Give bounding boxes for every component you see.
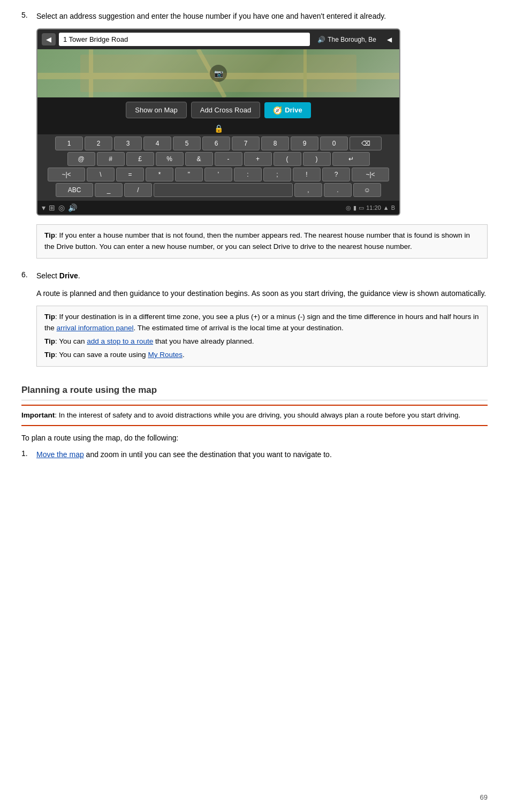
device-address-input[interactable]: 1 Tower Bridge Road <box>59 33 310 46</box>
lock-icon: 🔒 <box>214 124 223 133</box>
step-5-row: 5. Select an address suggestion and ente… <box>21 11 488 265</box>
kb-key-plus[interactable]: + <box>244 152 272 166</box>
plan-step-1-content: Move the map and zoom in until you can s… <box>36 449 488 467</box>
kb-key-0[interactable]: 0 <box>320 136 348 150</box>
kb-key-2[interactable]: 2 <box>85 136 112 150</box>
plan-step-1-number: 1. <box>21 449 36 467</box>
kb-key-1[interactable]: 1 <box>55 136 83 150</box>
kb-key-semicolon[interactable]: ; <box>263 168 291 181</box>
tip1-text: Tip: If you enter a house number that is… <box>44 230 480 253</box>
kb-key-at[interactable]: @ <box>67 152 95 166</box>
step-5-container: 5. Select an address suggestion and ente… <box>21 11 488 373</box>
tip2-line2: Tip: You can add a stop to a route that … <box>44 336 480 347</box>
kb-key-7[interactable]: 7 <box>232 136 260 150</box>
kb-key-hash[interactable]: # <box>97 152 125 166</box>
step-6-description: A route is planned and then guidance to … <box>36 288 488 299</box>
my-routes-link[interactable]: My Routes <box>148 351 183 359</box>
step-6-number: 6. <box>21 270 36 373</box>
signal-icon: ▭ <box>359 204 364 211</box>
add-stop-link[interactable]: add a stop to a route <box>87 337 153 345</box>
kb-key-squote[interactable]: ' <box>204 168 232 181</box>
bottom-nav-icons: ▾ ⊞ ◎ 🔊 <box>42 203 77 212</box>
step-6-row: 6. Select Drive. A route is planned and … <box>21 270 488 373</box>
tip2-line3: Tip: You can save a route using My Route… <box>44 350 480 361</box>
drive-button[interactable]: 🧭 Drive <box>264 102 311 118</box>
page-number: 69 <box>480 793 488 801</box>
tip2-line2-bold: Tip <box>44 337 55 345</box>
tip1-content: : If you enter a house number that is no… <box>44 231 470 251</box>
plan-step-1-text: Move the map and zoom in until you can s… <box>36 449 488 460</box>
add-cross-road-button[interactable]: Add Cross Road <box>191 102 260 118</box>
kb-key-comma[interactable]: , <box>294 183 322 197</box>
kb-key-space[interactable] <box>154 183 293 197</box>
location-icon: 🔊 <box>317 36 325 43</box>
kb-key-backspace[interactable]: ⌫ <box>350 136 382 150</box>
drive-icon: 🧭 <box>273 106 282 115</box>
step-6-after: . <box>78 271 80 280</box>
kb-key-amp[interactable]: & <box>185 152 213 166</box>
bottom-status: ◎ ▮ ▭ 11:20 ▲ B <box>346 204 395 211</box>
bt-icon: B <box>391 204 395 211</box>
kb-key-abc[interactable]: ABC <box>56 183 93 197</box>
kb-key-slash[interactable]: / <box>124 183 152 197</box>
kb-key-pound[interactable]: £ <box>126 152 154 166</box>
kb-key-colon[interactable]: : <box>234 168 262 181</box>
kb-key-dquote[interactable]: " <box>175 168 203 181</box>
step-5-number: 5. <box>21 11 36 265</box>
device-keyboard: 1 2 3 4 5 6 7 8 9 0 ⌫ @ <box>37 134 399 201</box>
arrival-info-panel-link[interactable]: arrival information panel <box>57 324 134 332</box>
step-6-label: Select <box>36 271 59 280</box>
kb-key-minus[interactable]: - <box>215 152 242 166</box>
plan-step-1-row: 1. Move the map and zoom in until you ca… <box>21 449 488 467</box>
grid-icon[interactable]: ⊞ <box>49 203 55 212</box>
device-top-bar: ◀ 1 Tower Bridge Road 🔊 The Borough, Be … <box>37 29 399 49</box>
tip1-bold: Tip <box>44 231 55 239</box>
tip-box-1: Tip: If you enter a house number that is… <box>36 224 488 259</box>
kb-key-percent[interactable]: % <box>156 152 184 166</box>
wifi-icon: ▲ <box>383 204 389 211</box>
device-back-button[interactable]: ◀ <box>42 33 56 45</box>
kb-key-equals[interactable]: = <box>116 168 144 181</box>
move-map-link[interactable]: Move the map <box>36 450 84 459</box>
kb-key-5[interactable]: 5 <box>173 136 201 150</box>
kb-key-enter[interactable]: ↵ <box>332 152 370 166</box>
important-bar: Important: In the interest of safety and… <box>21 405 488 427</box>
tip2-line1-bold: Tip <box>44 313 55 321</box>
device-map-area: 📷 <box>37 49 399 97</box>
show-on-map-button[interactable]: Show on Map <box>126 102 187 118</box>
kb-key-tilde2[interactable]: ~|< <box>352 168 389 181</box>
volume-icon[interactable]: 🔊 <box>68 203 77 212</box>
kb-key-3[interactable]: 3 <box>114 136 142 150</box>
kb-key-underscore[interactable]: _ <box>95 183 123 197</box>
kb-key-8[interactable]: 8 <box>261 136 289 150</box>
kb-key-6[interactable]: 6 <box>202 136 230 150</box>
step-6-content: Select Drive. A route is planned and the… <box>36 270 488 373</box>
kb-key-backslash[interactable]: \ <box>87 168 115 181</box>
important-text: : In the interest of safety and to avoid… <box>55 411 460 419</box>
tip2-line2-text: : You can <box>55 337 87 345</box>
device-buttons-row: Show on Map Add Cross Road 🧭 Drive <box>37 97 399 123</box>
tip-box-2: Tip: If your destination is in a differe… <box>36 306 488 367</box>
kb-key-asterisk[interactable]: * <box>146 168 173 181</box>
kb-key-openparen[interactable]: ( <box>274 152 301 166</box>
device-nav-button[interactable]: ◀ <box>384 34 395 45</box>
tip2-line1-end: . The estimated time of arrival is the l… <box>134 324 344 332</box>
battery-icon: ▮ <box>353 204 356 211</box>
chevron-down-icon[interactable]: ▾ <box>42 203 45 212</box>
tip2-line2-end: that you have already planned. <box>153 337 254 345</box>
kb-row-special: ~|< \ = * " ' : ; ! ? ~|< <box>40 168 397 181</box>
camera-bottom-icon[interactable]: ◎ <box>58 203 65 212</box>
kb-key-exclaim[interactable]: ! <box>293 168 321 181</box>
tip2-line3-text: : You can save a route using <box>55 351 148 359</box>
kb-key-emoji[interactable]: ☺ <box>353 183 381 197</box>
tip2-line3-bold: Tip <box>44 351 55 359</box>
kb-key-period[interactable]: . <box>324 183 352 197</box>
kb-key-question[interactable]: ? <box>322 168 350 181</box>
kb-row-numbers: 1 2 3 4 5 6 7 8 9 0 ⌫ <box>40 136 397 150</box>
kb-key-4[interactable]: 4 <box>143 136 171 150</box>
kb-key-9[interactable]: 9 <box>291 136 318 150</box>
step-5-text: Select an address suggestion and enter t… <box>36 11 488 22</box>
kb-key-tilde[interactable]: ~|< <box>48 168 85 181</box>
kb-key-closeparen[interactable]: ) <box>303 152 331 166</box>
device-location: The Borough, Be <box>328 36 376 43</box>
